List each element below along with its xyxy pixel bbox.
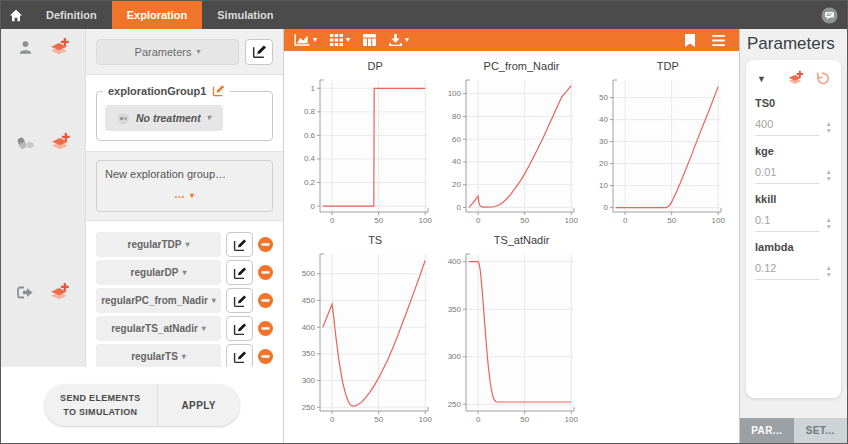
- svg-text:450: 450: [302, 296, 316, 305]
- svg-text:500: 500: [302, 269, 316, 278]
- bookmark-icon: [685, 34, 695, 47]
- increment-icon[interactable]: ▲: [826, 121, 832, 126]
- output-row-rail: [1, 282, 85, 303]
- decrement-icon[interactable]: ▼: [826, 128, 832, 133]
- param-value-input[interactable]: [755, 118, 819, 136]
- remove-output-button[interactable]: [258, 349, 273, 364]
- chart-DP: DP05010000.20.40.60.81: [295, 60, 435, 227]
- svg-text:400: 400: [448, 257, 462, 266]
- edit-output-button[interactable]: [226, 288, 253, 313]
- increment-icon[interactable]: ▲: [826, 169, 832, 174]
- remove-output-button[interactable]: [258, 265, 273, 280]
- add-parameter-set-button[interactable]: [787, 70, 804, 87]
- edit-output-button[interactable]: [226, 260, 253, 285]
- increment-icon[interactable]: ▲: [826, 265, 832, 270]
- plot-type-button[interactable]: ▾: [294, 34, 317, 47]
- param-name: kge: [755, 145, 832, 157]
- output-icon: [16, 285, 34, 300]
- chevron-down-icon: ▾: [185, 241, 189, 249]
- download-button[interactable]: ▾: [389, 34, 409, 46]
- tab-definition[interactable]: Definition: [31, 1, 112, 29]
- plots-menu-button[interactable]: [712, 35, 725, 46]
- chart-plot: 05010000.20.40.60.81: [295, 75, 433, 227]
- edit-pencil-icon: [233, 266, 247, 280]
- layers-plus-icon: [787, 70, 804, 87]
- svg-text:400: 400: [302, 323, 316, 332]
- home-button[interactable]: [1, 1, 31, 29]
- output-dropdown-regularPC_from_Nadir[interactable]: regularPC_from_Nadir ▾: [96, 288, 221, 313]
- panel-title: Parameters: [740, 29, 847, 59]
- decrement-icon[interactable]: ▼: [826, 224, 832, 229]
- decrement-icon[interactable]: ▼: [826, 176, 832, 181]
- chart-plot: 05010001020304050: [588, 75, 726, 227]
- svg-text:100: 100: [565, 415, 579, 424]
- svg-text:250: 250: [448, 400, 462, 409]
- exploration-group-section: explorationGroup1 No treatment ▾: [86, 75, 283, 151]
- output-label: regularTS_atNadir: [111, 323, 198, 334]
- output-row: regularTS ▾: [96, 344, 273, 369]
- param-value-input[interactable]: [755, 166, 819, 184]
- table-view-button[interactable]: [363, 34, 376, 46]
- edit-output-button[interactable]: [226, 344, 253, 369]
- edit-parameters-button[interactable]: [245, 39, 273, 65]
- param-name: kkill: [755, 193, 832, 205]
- increment-icon[interactable]: ▲: [826, 217, 832, 222]
- charts-toolbar: ▾ ▾ ▾: [284, 29, 739, 51]
- chevron-down-icon: ▾: [182, 353, 186, 361]
- add-output-element-icon[interactable]: [49, 282, 70, 303]
- chart-TS: TS050100250300350400450500: [295, 234, 435, 426]
- main-area: Parameters ▾ explorationGroup1: [1, 29, 847, 443]
- tab-simulation[interactable]: Simulation: [202, 1, 288, 29]
- tab-parameters[interactable]: PAR...: [740, 418, 794, 443]
- svg-text:50: 50: [374, 415, 383, 424]
- grid-layout-button[interactable]: ▾: [330, 34, 350, 46]
- tab-exploration[interactable]: Exploration: [112, 1, 203, 29]
- svg-text:50: 50: [521, 415, 530, 424]
- chevron-down-icon: ▾: [346, 36, 350, 44]
- svg-text:50: 50: [667, 216, 676, 225]
- add-treatment-element-icon[interactable]: [50, 132, 71, 153]
- feedback-button[interactable]: [821, 1, 838, 29]
- table-icon: [363, 34, 376, 46]
- send-label-line1: SEND ELEMENTS: [60, 391, 140, 405]
- param-value-input[interactable]: [755, 214, 819, 232]
- chart-title: TS: [295, 234, 435, 249]
- output-dropdown-regularTDP[interactable]: regularTDP ▾: [96, 232, 221, 257]
- topbar-spacer: [288, 1, 821, 29]
- new-exploration-group[interactable]: New exploration group… … ▾: [96, 160, 273, 212]
- svg-text:0: 0: [623, 216, 628, 225]
- svg-text:0.2: 0.2: [304, 178, 316, 187]
- output-dropdown-regularTS_atNadir[interactable]: regularTS_atNadir ▾: [96, 316, 221, 341]
- remove-output-button[interactable]: [258, 321, 273, 336]
- parameters-dropdown[interactable]: Parameters ▾: [96, 39, 239, 65]
- remove-output-button[interactable]: [258, 237, 273, 252]
- new-group-template-dropdown[interactable]: … ▾: [105, 188, 264, 200]
- decrement-icon[interactable]: ▼: [826, 272, 832, 277]
- edit-output-button[interactable]: [226, 316, 253, 341]
- remove-output-button[interactable]: [258, 293, 273, 308]
- output-dropdown-regularDP[interactable]: regularDP ▾: [96, 260, 221, 285]
- send-elements-button[interactable]: SEND ELEMENTS TO SIMULATION: [44, 384, 157, 427]
- parameters-section: Parameters ▾: [86, 29, 283, 75]
- tab-settings[interactable]: SET...: [794, 418, 848, 443]
- chevron-down-icon: ▾: [182, 269, 186, 277]
- home-icon: [9, 9, 23, 22]
- chevron-down-icon: ▾: [313, 36, 317, 44]
- apply-button[interactable]: APPLY: [158, 384, 240, 427]
- value-stepper: ▲ ▼: [826, 169, 832, 181]
- treatment-dropdown[interactable]: No treatment ▾: [105, 105, 223, 131]
- left-footer: SEND ELEMENTS TO SIMULATION APPLY: [1, 367, 283, 443]
- reset-parameters-button[interactable]: [815, 71, 830, 86]
- add-individual-element-icon[interactable]: [49, 37, 70, 58]
- svg-text:20: 20: [599, 159, 608, 168]
- output-row: regularPC_from_Nadir ▾: [96, 288, 273, 313]
- param-value-input[interactable]: [755, 262, 819, 280]
- output-row: regularDP ▾: [96, 260, 273, 285]
- collapse-parameters-icon[interactable]: ▼: [757, 74, 766, 84]
- rename-group-icon[interactable]: [212, 84, 225, 97]
- edit-output-button[interactable]: [226, 232, 253, 257]
- parameters-card: ▼ TS0 ▲ ▼: [746, 60, 841, 398]
- svg-text:0: 0: [330, 415, 335, 424]
- bookmark-button[interactable]: [685, 34, 695, 47]
- output-dropdown-regularTS[interactable]: regularTS ▾: [96, 344, 221, 369]
